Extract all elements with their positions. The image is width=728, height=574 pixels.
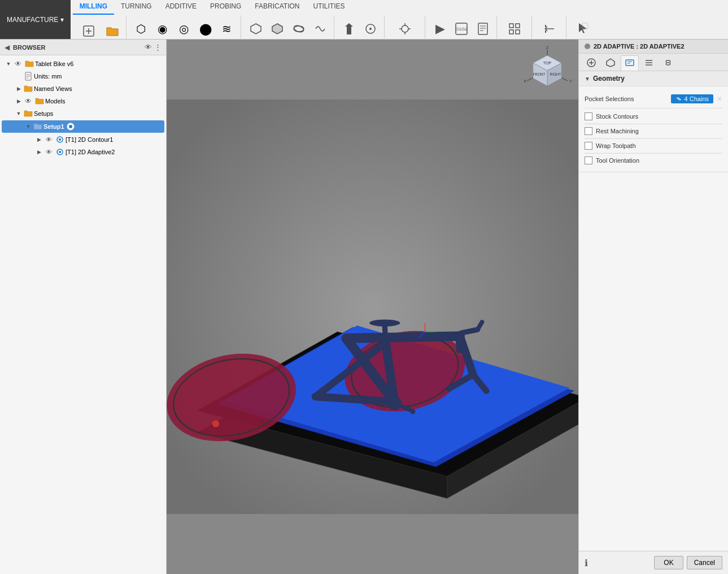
eye-icon-contour1[interactable]: 👁 (44, 135, 53, 144)
ok-button[interactable]: OK (654, 556, 683, 569)
2d-adaptive-btn[interactable]: ⬡ (131, 17, 151, 41)
tree-item-contour1[interactable]: ▶ 👁 [T1] 2D Contour1 (0, 133, 166, 146)
wrap-toolpath-row: Wrap Toolpath (585, 139, 722, 153)
tree-arrow-named-views[interactable]: ▶ (15, 85, 23, 93)
tree-item-named-views[interactable]: ▶ Named Views (0, 82, 166, 95)
select-btn[interactable] (573, 17, 593, 41)
tool-orientation-row: Tool Orientation (585, 154, 722, 167)
2d-bore-btn[interactable]: ⬤ (195, 17, 216, 41)
visibility-dot-setup1[interactable] (67, 123, 75, 131)
2d-bore-icon: ⬤ (199, 22, 212, 36)
tab-fabrication[interactable]: FABRICATION (248, 0, 306, 15)
tree-item-models[interactable]: ▶ 👁 Models (0, 95, 166, 107)
main-area: ◀ BROWSER 👁 ⋮ ▼ 👁 Tablet Bike v6 (0, 40, 728, 574)
panel-title: 2D ADAPTIVE : 2D ADAPTIVE2 (594, 43, 722, 50)
svg-line-46 (346, 336, 460, 338)
g1g2-icon: G1G2 (455, 22, 468, 36)
viewport[interactable]: Z Y X TOP RIGHT FRONT (167, 40, 578, 574)
svg-point-56 (369, 319, 400, 326)
panel-tab-tool[interactable] (582, 55, 600, 71)
2d-thread-icon: ≋ (220, 22, 234, 36)
panel-header: 2D ADAPTIVE : 2D ADAPTIVE2 (579, 40, 728, 54)
cancel-button[interactable]: Cancel (687, 556, 722, 569)
folder-icon-setup1 (33, 122, 42, 131)
2d-thread-btn[interactable]: ≋ (217, 17, 237, 41)
tree-label-adaptive2: [T1] 2D Adaptive2 (66, 149, 115, 155)
tree-item-units[interactable]: Units: mm (0, 70, 166, 82)
geometry-arrow-icon: ▼ (585, 76, 590, 82)
svg-point-6 (293, 24, 304, 33)
stock-contours-label: Stock Contours (596, 113, 722, 120)
collapse-icon[interactable]: ◀ (5, 44, 10, 51)
browser-tree: ▼ 👁 Tablet Bike v6 Units: mm ▶ (0, 55, 166, 574)
panel-tab-linking[interactable] (659, 55, 677, 71)
tree-arrow-adaptive2[interactable]: ▶ (35, 148, 43, 156)
wrap-toolpath-checkbox[interactable] (585, 142, 592, 150)
g1g2-btn[interactable]: G1G2 (451, 17, 472, 41)
svg-line-57 (461, 329, 477, 333)
svg-rect-20 (516, 30, 520, 34)
svg-rect-18 (516, 24, 520, 28)
tree-label-setup1: Setup1 (43, 123, 64, 130)
tree-arrow-setup1[interactable]: ▼ (24, 123, 32, 131)
chain-icon (675, 95, 682, 102)
simulate-icon: ▶ (433, 22, 447, 36)
rest-machining-checkbox[interactable] (585, 127, 592, 135)
tree-label-units: Units: mm (34, 73, 62, 80)
browser-more-icon[interactable]: ⋮ (154, 43, 162, 51)
multi-axis-btn[interactable] (395, 17, 415, 41)
3d-adaptive-btn[interactable] (246, 17, 266, 41)
viewcube[interactable]: Z Y X TOP RIGHT FRONT (522, 45, 573, 96)
3d-morph-icon (313, 22, 327, 36)
tab-milling[interactable]: MILLING (73, 0, 114, 15)
panel-tab-passes[interactable] (640, 55, 658, 71)
rest-machining-label: Rest Machining (596, 128, 722, 134)
doc-icon-units (24, 72, 33, 81)
3d-pocket-btn[interactable] (267, 17, 287, 41)
3d-morph-btn[interactable] (310, 17, 330, 41)
svg-text:G1G2: G1G2 (455, 27, 468, 32)
tree-item-adaptive2[interactable]: ▶ 👁 [T1] 2D Adaptive2 (0, 146, 166, 158)
tab-turning[interactable]: TURNING (114, 0, 159, 15)
tree-item-setup1[interactable]: ▼ Setup1 (2, 120, 164, 133)
panel-content: ▼ Geometry Pocket Selections 4 Chains (579, 71, 728, 551)
simulate-btn[interactable]: ▶ (430, 17, 450, 41)
eye-icon-models[interactable]: 👁 (24, 97, 33, 106)
drill-btn[interactable] (339, 17, 359, 41)
post-btn[interactable] (473, 17, 493, 41)
circular-btn[interactable] (360, 17, 381, 41)
stock-contours-checkbox[interactable] (585, 112, 592, 120)
3d-contour-btn[interactable] (289, 17, 309, 41)
2d-pocket-btn[interactable]: ◉ (152, 17, 173, 41)
circular-icon (364, 22, 377, 36)
tree-arrow-setups[interactable]: ▼ (15, 110, 23, 118)
browser-eye-icon[interactable]: 👁 (145, 43, 152, 51)
chains-badge[interactable]: 4 Chains (671, 94, 713, 103)
tree-arrow-contour1[interactable]: ▶ (35, 136, 43, 144)
geometry-section-header[interactable]: ▼ Geometry (579, 71, 728, 86)
tab-probing[interactable]: PROBING (203, 0, 248, 15)
svg-text:X: X (524, 79, 527, 84)
tool-orientation-checkbox[interactable] (585, 156, 592, 164)
tab-additive[interactable]: ADDITIVE (159, 0, 203, 15)
manage-btn[interactable] (504, 17, 525, 41)
info-icon[interactable]: ℹ (585, 558, 588, 568)
panel-tab-geometry[interactable] (601, 55, 620, 71)
rest-machining-row: Rest Machining (585, 124, 722, 138)
tab-utilities[interactable]: UTILITIES (306, 0, 351, 15)
chains-clear-button[interactable]: ✕ (717, 95, 722, 103)
svg-point-5 (294, 26, 304, 32)
panel-tab-heights[interactable] (621, 55, 639, 71)
eye-icon-adaptive2[interactable]: 👁 (44, 147, 53, 156)
eye-icon-root[interactable]: 👁 (14, 59, 23, 68)
tree-arrow-root[interactable]: ▼ (5, 60, 12, 68)
manufacture-button[interactable]: MANUFACTURE ▾ (0, 0, 71, 39)
tree-item-setups[interactable]: ▼ Setups (0, 107, 166, 120)
tree-arrow-models[interactable]: ▶ (15, 97, 23, 105)
inspect-btn[interactable] (539, 17, 560, 41)
tree-label-setups: Setups (34, 110, 53, 117)
tree-item-root[interactable]: ▼ 👁 Tablet Bike v6 (0, 58, 166, 70)
panel-footer: ℹ OK Cancel (579, 551, 728, 574)
2d-contour-btn[interactable]: ◎ (174, 17, 194, 41)
wrap-toolpath-label: Wrap Toolpath (596, 142, 722, 149)
